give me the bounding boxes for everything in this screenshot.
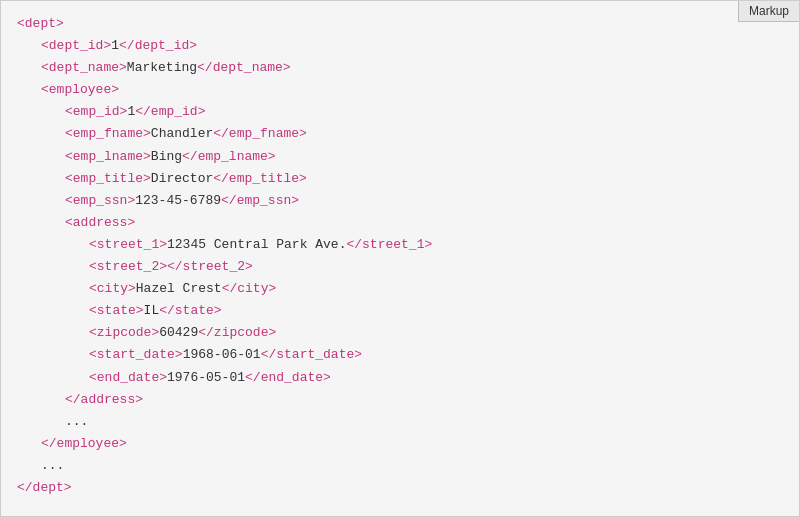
xml-tag: </dept_id> bbox=[119, 38, 197, 53]
xml-tag: <start_date> bbox=[89, 347, 183, 362]
xml-tag: </emp_fname> bbox=[213, 126, 307, 141]
xml-tag: <address> bbox=[65, 215, 135, 230]
xml-line: <address> bbox=[17, 212, 783, 234]
xml-text: 1 bbox=[111, 38, 119, 53]
xml-line: </dept> bbox=[17, 477, 783, 499]
xml-line: <dept> bbox=[17, 13, 783, 35]
xml-line: <emp_fname>Chandler</emp_fname> bbox=[17, 123, 783, 145]
xml-tag: <emp_fname> bbox=[65, 126, 151, 141]
xml-tag: <state> bbox=[89, 303, 144, 318]
xml-tag: <emp_lname> bbox=[65, 149, 151, 164]
xml-text: 1976-05-01 bbox=[167, 370, 245, 385]
xml-text: Director bbox=[151, 171, 213, 186]
xml-line: <street_2></street_2> bbox=[17, 256, 783, 278]
xml-tag: <emp_title> bbox=[65, 171, 151, 186]
xml-line: <dept_name>Marketing</dept_name> bbox=[17, 57, 783, 79]
xml-line: <state>IL</state> bbox=[17, 300, 783, 322]
xml-tag: <city> bbox=[89, 281, 136, 296]
xml-text: Hazel Crest bbox=[136, 281, 222, 296]
xml-line: <emp_title>Director</emp_title> bbox=[17, 168, 783, 190]
xml-line: </employee> bbox=[17, 433, 783, 455]
xml-line: <end_date>1976-05-01</end_date> bbox=[17, 367, 783, 389]
xml-line: <emp_ssn>123-45-6789</emp_ssn> bbox=[17, 190, 783, 212]
xml-text: Marketing bbox=[127, 60, 197, 75]
xml-text: Chandler bbox=[151, 126, 213, 141]
xml-text: ... bbox=[41, 458, 64, 473]
xml-line: <street_1>12345 Central Park Ave.</stree… bbox=[17, 234, 783, 256]
markup-button[interactable]: Markup bbox=[738, 1, 799, 22]
xml-tag: </emp_id> bbox=[135, 104, 205, 119]
xml-line: <employee> bbox=[17, 79, 783, 101]
xml-tag: </state> bbox=[159, 303, 221, 318]
xml-text: 1968-06-01 bbox=[183, 347, 261, 362]
xml-line: <emp_lname>Bing</emp_lname> bbox=[17, 146, 783, 168]
xml-text: ... bbox=[65, 414, 88, 429]
xml-tag: </emp_ssn> bbox=[221, 193, 299, 208]
xml-tag: </zipcode> bbox=[198, 325, 276, 340]
xml-line: <start_date>1968-06-01</start_date> bbox=[17, 344, 783, 366]
xml-tag: <end_date> bbox=[89, 370, 167, 385]
xml-tag: <emp_id> bbox=[65, 104, 127, 119]
xml-tag: </end_date> bbox=[245, 370, 331, 385]
xml-tag: </employee> bbox=[41, 436, 127, 451]
xml-tag: <dept_name> bbox=[41, 60, 127, 75]
xml-line: <zipcode>60429</zipcode> bbox=[17, 322, 783, 344]
xml-tag: <dept> bbox=[17, 16, 64, 31]
xml-tag: </address> bbox=[65, 392, 143, 407]
xml-line: <city>Hazel Crest</city> bbox=[17, 278, 783, 300]
main-container: Markup <dept><dept_id>1</dept_id><dept_n… bbox=[0, 0, 800, 517]
xml-tag: </dept_name> bbox=[197, 60, 291, 75]
xml-line: ... bbox=[17, 411, 783, 433]
xml-line: <dept_id>1</dept_id> bbox=[17, 35, 783, 57]
xml-tag: </emp_lname> bbox=[182, 149, 276, 164]
xml-tag: <zipcode> bbox=[89, 325, 159, 340]
xml-text: Bing bbox=[151, 149, 182, 164]
xml-tag: <street_2> bbox=[89, 259, 167, 274]
xml-line: </address> bbox=[17, 389, 783, 411]
code-area: <dept><dept_id>1</dept_id><dept_name>Mar… bbox=[1, 1, 799, 516]
xml-tag: </emp_title> bbox=[213, 171, 307, 186]
xml-text: 12345 Central Park Ave. bbox=[167, 237, 346, 252]
xml-line: <emp_id>1</emp_id> bbox=[17, 101, 783, 123]
xml-tag: </street_1> bbox=[346, 237, 432, 252]
xml-tag: <dept_id> bbox=[41, 38, 111, 53]
xml-text: 60429 bbox=[159, 325, 198, 340]
xml-tag: </city> bbox=[222, 281, 277, 296]
xml-tag: </street_2> bbox=[167, 259, 253, 274]
xml-tag: </dept> bbox=[17, 480, 72, 495]
xml-tag: <street_1> bbox=[89, 237, 167, 252]
xml-line: ... bbox=[17, 455, 783, 477]
xml-text: IL bbox=[144, 303, 160, 318]
xml-tag: </start_date> bbox=[261, 347, 362, 362]
xml-tag: <employee> bbox=[41, 82, 119, 97]
xml-text: 123-45-6789 bbox=[135, 193, 221, 208]
xml-tag: <emp_ssn> bbox=[65, 193, 135, 208]
